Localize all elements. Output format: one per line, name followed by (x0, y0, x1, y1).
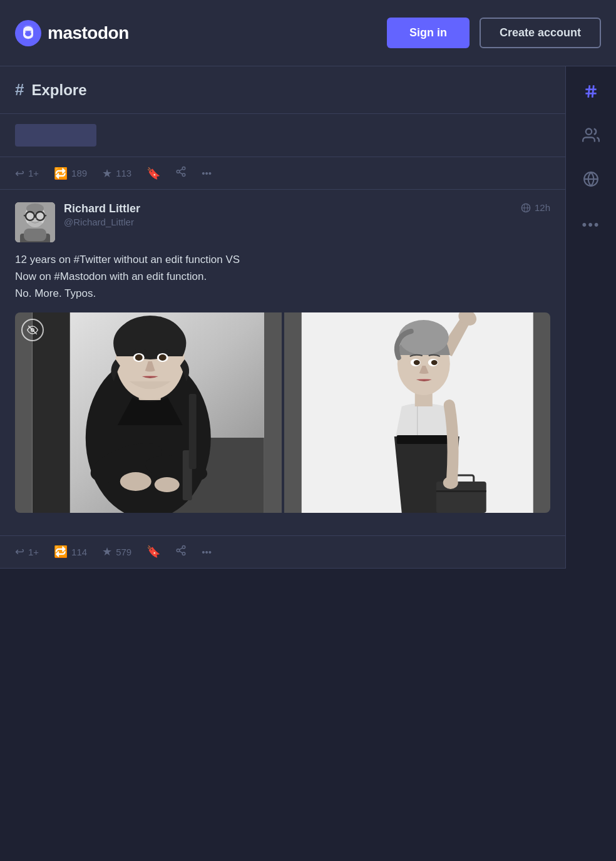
svg-line-64 (592, 85, 593, 98)
favorite-count-main: 579 (116, 547, 131, 557)
reply-count-main: 1+ (28, 547, 39, 557)
sidebar-more[interactable]: ••• (582, 217, 600, 233)
hashtag-icon (583, 83, 599, 100)
svg-point-37 (135, 354, 143, 361)
header-buttons: Sign in Create account (387, 18, 601, 48)
more-button-main[interactable]: ••• (202, 547, 212, 557)
post-image-left[interactable] (15, 312, 282, 513)
truncated-post-card: ↩ 1+ 🔁 189 ★ 113 🔖 (0, 114, 565, 190)
people-icon (582, 126, 600, 144)
author-handle: @Richard_Littler (64, 217, 140, 227)
svg-point-57 (177, 549, 180, 552)
more-button-top[interactable]: ••• (202, 168, 212, 178)
reply-button-top[interactable]: ↩ 1+ (15, 167, 39, 180)
post-line-2: Now on #Mastodon with an edit function. (15, 268, 550, 285)
svg-point-47 (398, 320, 448, 355)
svg-point-2 (182, 167, 185, 170)
truncated-image (15, 124, 96, 147)
post-text: 12 years on #Twitter without an edit fun… (15, 251, 550, 302)
svg-point-51 (431, 360, 437, 365)
photo-right-svg (284, 312, 551, 513)
sidebar-item-globe[interactable] (578, 167, 603, 192)
star-icon: ★ (102, 167, 112, 180)
svg-point-3 (177, 170, 180, 173)
explore-title: Explore (31, 81, 86, 99)
boost-count-main: 114 (71, 547, 87, 557)
main-layout: # Explore ↩ 1+ 🔁 189 ★ 113 (0, 66, 616, 569)
share-button-top[interactable] (175, 166, 187, 180)
svg-line-60 (180, 547, 183, 549)
bookmark-button-main[interactable]: 🔖 (146, 545, 160, 559)
svg-point-56 (182, 545, 185, 549)
svg-line-63 (588, 85, 590, 98)
reply-icon-main: ↩ (15, 545, 24, 559)
main-post-card: Richard Littler @Richard_Littler 12h (0, 190, 565, 569)
post-time: 12h (521, 202, 550, 213)
explore-header: # Explore (0, 66, 565, 114)
truncated-post-content (0, 114, 565, 147)
favorite-button-main[interactable]: ★ 579 (102, 545, 131, 559)
boost-icon-main: 🔁 (54, 545, 68, 559)
author-avatar (15, 202, 55, 242)
svg-rect-52 (436, 482, 486, 513)
bookmark-button-top[interactable]: 🔖 (146, 167, 160, 180)
svg-rect-41 (189, 394, 197, 469)
post-images (15, 312, 550, 513)
more-icon: ••• (202, 168, 212, 178)
share-button-main[interactable] (175, 545, 187, 559)
svg-line-15 (44, 215, 46, 216)
reply-icon: ↩ (15, 167, 24, 180)
sidebar-dots-icon: ••• (582, 217, 600, 232)
more-icon-main: ••• (202, 547, 212, 557)
globe-sidebar-icon (583, 171, 599, 187)
svg-point-1 (25, 31, 31, 36)
post-line-3: No. More. Typos. (15, 285, 550, 302)
svg-point-39 (159, 354, 167, 361)
favorite-count-top: 113 (116, 168, 131, 178)
sidebar-item-people[interactable] (578, 123, 603, 148)
boost-icon: 🔁 (54, 167, 68, 180)
favorite-button-top[interactable]: ★ 113 (102, 167, 131, 180)
svg-rect-26 (33, 312, 70, 513)
svg-point-32 (155, 477, 180, 492)
svg-rect-18 (24, 229, 46, 241)
reply-count-top: 1+ (28, 168, 39, 178)
svg-line-5 (180, 172, 183, 174)
globe-icon (521, 203, 531, 213)
boost-button-main[interactable]: 🔁 114 (54, 545, 87, 559)
svg-point-16 (28, 220, 43, 228)
reply-button-main[interactable]: ↩ 1+ (15, 545, 39, 559)
main-post-actions: ↩ 1+ 🔁 114 ★ 579 🔖 (0, 535, 565, 568)
svg-line-59 (180, 551, 183, 553)
author-name: Richard Littler (64, 202, 140, 215)
mastodon-logo-icon (15, 20, 41, 46)
svg-line-6 (180, 169, 183, 171)
share-icon (175, 166, 187, 180)
explore-hash-icon: # (15, 80, 24, 100)
create-account-button[interactable]: Create account (480, 18, 601, 48)
sensitive-content-icon (21, 319, 44, 341)
post-image-right[interactable] (284, 312, 551, 513)
logo-text: mastodon (48, 23, 129, 43)
photo-left-svg (15, 312, 282, 513)
svg-point-49 (413, 360, 419, 365)
main-post-content: Richard Littler @Richard_Littler 12h (0, 190, 565, 535)
signin-button[interactable]: Sign in (387, 18, 470, 48)
top-post-actions: ↩ 1+ 🔁 189 ★ 113 🔖 (0, 157, 565, 189)
bookmark-icon-main: 🔖 (146, 545, 160, 559)
share-icon-main (175, 545, 187, 559)
post-timestamp: 12h (535, 202, 550, 213)
boost-button-top[interactable]: 🔁 189 (54, 167, 87, 180)
svg-point-65 (586, 129, 592, 135)
star-icon-main: ★ (102, 545, 112, 559)
svg-line-14 (24, 215, 26, 216)
sidebar-item-hashtag[interactable] (578, 79, 603, 104)
svg-point-58 (182, 552, 185, 555)
post-line-1: 12 years on #Twitter without an edit fun… (15, 251, 550, 268)
bookmark-icon: 🔖 (146, 167, 160, 180)
logo-area: mastodon (15, 20, 387, 46)
header: mastodon Sign in Create account (0, 0, 616, 66)
sidebar-icons: ••• (566, 66, 616, 569)
feed-column: # Explore ↩ 1+ 🔁 189 ★ 113 (0, 66, 566, 569)
post-header: Richard Littler @Richard_Littler 12h (15, 202, 550, 242)
